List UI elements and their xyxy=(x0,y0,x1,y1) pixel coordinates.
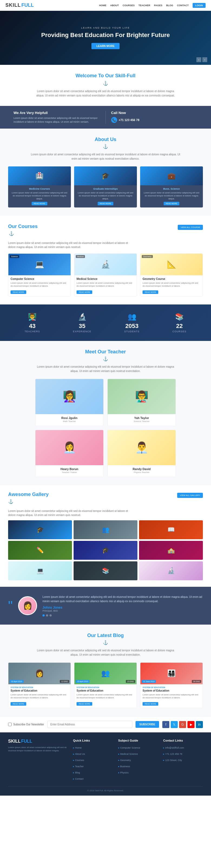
dot-3[interactable] xyxy=(50,614,52,617)
about-card-img-2: 🎓 xyxy=(74,166,137,185)
googleplus-icon[interactable]: G xyxy=(179,721,186,728)
phone-icon: 📞 xyxy=(111,117,117,123)
newsletter-bar: Subscribe Our Newsletter SUBSCRIBE f 𝕏 G… xyxy=(0,716,211,733)
gallery-item-4[interactable]: ✏️ xyxy=(8,541,72,560)
teachers-section: Meet Our Teacher ⚓ Lorem ipsum dolor sit… xyxy=(0,341,211,485)
newsletter-email-input[interactable] xyxy=(47,721,132,728)
courses-title-start: Our xyxy=(8,224,18,229)
anchor-icon-gallery: ⚓ xyxy=(8,499,14,504)
about-card-text-1: Lorem ipsum dolor sit amet consectetur a… xyxy=(10,191,69,200)
nav-home[interactable]: HOME xyxy=(99,4,106,7)
nav-about[interactable]: ABOUT xyxy=(110,4,119,7)
hero-title: Providing Best Education For Brighter Fu… xyxy=(41,31,169,39)
gallery-item-7[interactable]: 💻 xyxy=(8,561,72,580)
anchor-icon-about: ⚓ xyxy=(103,144,108,149)
blog-comments-3: 08 ENG xyxy=(192,680,201,683)
blog-body-3: SYSTEM OF EDUCATION System of Education … xyxy=(140,684,203,708)
footer-quick-links-title: Quick Links xyxy=(73,739,113,742)
blog-date-3: 12 June 2019 xyxy=(142,680,156,683)
blog-comments-2: 15 ENG xyxy=(126,680,135,683)
about-card-btn-2[interactable]: READ MORE xyxy=(98,202,113,205)
footer: SKILL FULL Lorem ipsum dolor sit amet co… xyxy=(0,733,211,796)
course-img-3: 📐 Geometry xyxy=(140,254,203,275)
footer-link-about[interactable]: About Us xyxy=(73,751,113,756)
nav-contact[interactable]: CONTACT xyxy=(177,4,188,7)
nav-teacher[interactable]: TEACHER xyxy=(138,4,151,7)
gallery-item-2[interactable]: 👥 xyxy=(74,520,137,539)
hero-cta-button[interactable]: LEARN MORE xyxy=(91,43,119,49)
about-card-3: 💼 Buss. Science Lorem ipsum dolor sit am… xyxy=(140,166,203,208)
gallery-item-9[interactable]: 🔬 xyxy=(139,561,203,580)
linkedin-icon[interactable]: in xyxy=(196,721,203,728)
teacher-name-4: Randy David xyxy=(108,467,176,471)
view-all-courses-button[interactable]: VIEW ALL COURSE xyxy=(178,225,203,230)
footer-link-teacher[interactable]: Teacher xyxy=(73,764,113,768)
dot-2[interactable] xyxy=(46,614,48,617)
youtube-icon[interactable]: ▶ xyxy=(187,721,194,728)
stats-section: 👨‍🏫 43 TEACHERS 🔬 35 EXPERIENCE 👥 2053 S… xyxy=(0,305,211,341)
nav-courses[interactable]: COURSES xyxy=(123,4,135,7)
course-card-1: 💻 Science Computer Science Lorem ipsum d… xyxy=(8,253,71,297)
blog-btn-3[interactable]: READ MORE xyxy=(142,702,158,706)
footer-subject-phy[interactable]: Physics xyxy=(118,770,158,775)
teachers-body: Lorem ipsum dolor sit amet consectetur a… xyxy=(35,365,176,373)
footer-link-contact[interactable]: Contact xyxy=(73,776,113,781)
footer-email: info@skillfull.com xyxy=(163,745,203,750)
courses-header-left: Our Courses ⚓ xyxy=(8,224,37,239)
facebook-icon[interactable]: f xyxy=(162,721,169,728)
footer-subject-ms[interactable]: Medical Science xyxy=(118,751,158,756)
nav-pages[interactable]: PAGES xyxy=(154,4,162,7)
phone-text: +71 123 456 78 xyxy=(119,118,139,122)
course-btn-2[interactable]: READ MORE xyxy=(77,290,92,294)
view-all-gallery-button[interactable]: VIEW ALL GALLERY xyxy=(177,493,203,498)
about-card-btn-3[interactable]: READ MORE xyxy=(164,202,179,205)
experience-icon: 🔬 xyxy=(73,313,91,321)
footer-link-blog[interactable]: Blog xyxy=(73,770,113,775)
dot-1[interactable] xyxy=(43,614,45,617)
helpful-title: We Are Very Helpfull xyxy=(14,111,100,115)
teacher-role-4: Physics Teacher xyxy=(108,471,176,473)
gallery-item-5[interactable]: 🎓 xyxy=(74,541,137,560)
gallery-divider: ⚓ xyxy=(8,499,49,504)
anchor-icon-blog: ⚓ xyxy=(103,640,108,645)
course-name-3: Geometry Course xyxy=(142,277,201,280)
blog-img-2: 👥 25 April 2019 15 ENG xyxy=(74,663,137,684)
hero-next-button[interactable]: › xyxy=(202,57,207,62)
gallery-item-6[interactable]: 🏫 xyxy=(139,541,203,560)
footer-subject-cs[interactable]: Computer Science xyxy=(118,745,158,750)
about-card-btn-1[interactable]: READ MORE xyxy=(32,202,47,205)
footer-subject-geo[interactable]: Geometry xyxy=(118,757,158,762)
course-body-2: Medical Science Lorem ipsum dolor sit am… xyxy=(74,275,137,296)
twitter-icon[interactable]: 𝕏 xyxy=(171,721,178,728)
footer-quick-links-col: Quick Links Home About Us Courses Teache… xyxy=(73,739,113,782)
teacher-icon: 👨‍🏫 xyxy=(25,313,40,321)
welcome-divider: ⚓ xyxy=(16,81,195,86)
blog-btn-1[interactable]: READ MORE xyxy=(10,702,26,706)
nav-blog[interactable]: BLOG xyxy=(166,4,173,7)
newsletter-subscribe-button[interactable]: SUBSCRIBE xyxy=(135,721,159,728)
stat-label-courses: COURSES xyxy=(173,330,187,333)
footer-link-courses[interactable]: Courses xyxy=(73,757,113,762)
footer-subject-title: Subject Guide xyxy=(118,739,158,742)
footer-subject-biz[interactable]: Business xyxy=(118,764,158,768)
course-btn-1[interactable]: READ MORE xyxy=(10,290,26,294)
gallery-title: Awesome Gallery xyxy=(8,492,49,497)
login-button[interactable]: LOGIN xyxy=(193,3,206,8)
footer-link-home[interactable]: Home xyxy=(73,745,113,750)
teacher-card-2: 👨‍🏫 Yah Taylor Science Teacher xyxy=(107,379,176,426)
about-card-body-2: Graduate Internships Lorem ipsum dolor s… xyxy=(74,185,137,208)
blog-text: Lorem ipsum dolor sit amet consectetur a… xyxy=(35,648,176,657)
teacher-card-4: 👨‍💼 Randy David Physics Teacher xyxy=(107,430,176,477)
hero-subtitle: LEARN AND BUILD YOUR LIFE xyxy=(81,27,130,29)
blog-name-3: System of Education xyxy=(142,689,201,692)
newsletter-checkbox[interactable] xyxy=(8,723,11,726)
hero-prev-button[interactable]: ‹ xyxy=(196,57,201,62)
teacher-card-1: 👩‍🏫 Rosi Jgulin Math Teacher xyxy=(35,379,104,426)
gallery-item-1[interactable]: 🎓 xyxy=(8,520,72,539)
footer-quick-links-list: Home About Us Courses Teacher Blog Conta… xyxy=(73,745,113,781)
about-card-1: 🏥 Medicine Courses Lorem ipsum dolor sit… xyxy=(8,166,71,208)
gallery-item-3[interactable]: 📖 xyxy=(139,520,203,539)
gallery-item-8[interactable]: 📚 xyxy=(74,561,137,580)
course-btn-3[interactable]: READ MORE xyxy=(142,290,158,294)
blog-btn-2[interactable]: READ MORE xyxy=(77,702,92,706)
